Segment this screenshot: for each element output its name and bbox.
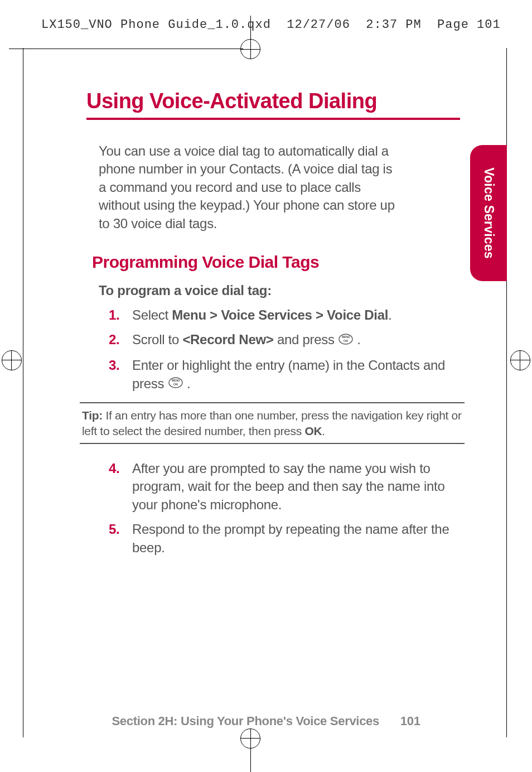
- page-footer: Section 2H: Using Your Phone's Voice Ser…: [0, 714, 532, 728]
- page-title: Using Voice-Activated Dialing: [86, 89, 460, 120]
- step-number: 1.: [109, 306, 119, 324]
- step-number: 2.: [109, 331, 119, 349]
- intro-paragraph: You can use a voice dial tag to automati…: [86, 142, 460, 233]
- step-5: 5. Respond to the prompt by repeating th…: [109, 520, 460, 557]
- step-text: After you are prompted to say the name y…: [132, 461, 444, 512]
- svg-text:OK: OK: [173, 383, 178, 386]
- side-tab: Voice Services: [470, 145, 507, 281]
- step-text: Select: [132, 307, 172, 322]
- section-reference: Section 2H: Using Your Phone's Voice Ser…: [112, 714, 379, 728]
- crop-mark-top: [243, 16, 258, 49]
- step-text: Scroll to: [132, 332, 182, 347]
- menu-path: Menu > Voice Services > Voice Dial: [172, 307, 388, 322]
- step-number: 4.: [109, 460, 119, 477]
- print-job-header: LX150_VNO Phone Guide_1.0.qxd 12/27/06 2…: [0, 18, 532, 32]
- crop-mark-bottom: [243, 739, 258, 772]
- ok-key-label: OK: [304, 424, 322, 437]
- procedure-list: 1. Select Menu > Voice Services > Voice …: [86, 306, 460, 393]
- step-text: .: [183, 376, 191, 391]
- step-number: 5.: [109, 520, 119, 538]
- svg-text:OK: OK: [344, 339, 349, 342]
- registration-mark-left: [2, 350, 22, 370]
- step-text: Respond to the prompt by repeating the n…: [132, 522, 449, 554]
- menu-ok-button-icon: MENUOK: [338, 332, 354, 350]
- step-4: 4. After you are prompted to say the nam…: [109, 460, 460, 514]
- record-new-label: <Record New>: [182, 332, 273, 347]
- tip-label: Tip:: [82, 409, 103, 422]
- svg-text:MENU: MENU: [172, 379, 180, 382]
- procedure-lead-in: To program a voice dial tag:: [86, 283, 460, 298]
- step-2: 2. Scroll to <Record New> and press MENU…: [109, 331, 460, 350]
- step-text: .: [354, 332, 361, 347]
- section-heading: Programming Voice Dial Tags: [86, 253, 460, 272]
- registration-mark-right: [510, 350, 530, 370]
- step-text: and press: [274, 332, 338, 347]
- menu-ok-button-icon: MENUOK: [168, 375, 183, 393]
- step-1: 1. Select Menu > Voice Services > Voice …: [109, 306, 460, 324]
- procedure-list-continued: 4. After you are prompted to say the nam…: [86, 460, 460, 557]
- step-3: 3. Enter or highlight the entry (name) i…: [109, 356, 460, 393]
- step-text: .: [388, 307, 391, 322]
- tip-text: .: [322, 424, 325, 437]
- page-number: 101: [400, 714, 420, 728]
- step-number: 3.: [109, 356, 119, 374]
- page-content: Using Voice-Activated Dialing You can us…: [86, 89, 460, 563]
- tip-text: If an entry has more than one number, pr…: [82, 409, 462, 437]
- svg-text:MENU: MENU: [342, 335, 350, 339]
- tip-callout: Tip: If an entry has more than one numbe…: [80, 402, 465, 444]
- side-tab-label: Voice Services: [481, 167, 496, 259]
